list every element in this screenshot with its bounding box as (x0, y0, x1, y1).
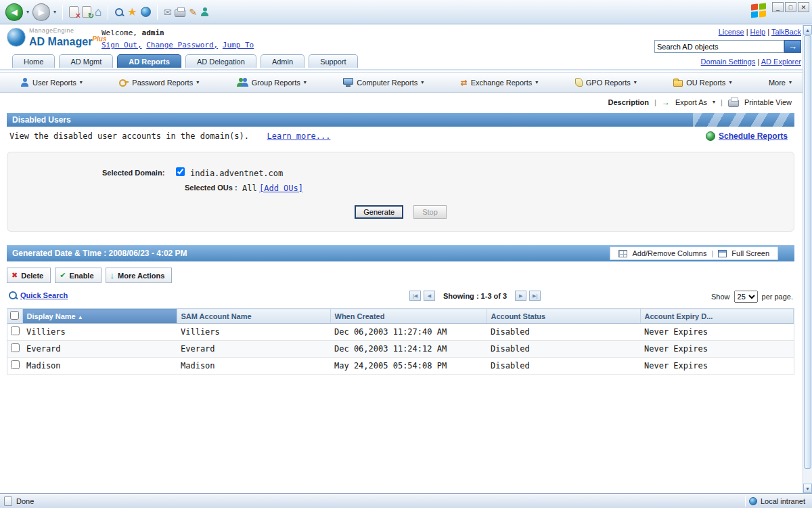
select-all-checkbox[interactable] (10, 311, 19, 320)
description-toggle[interactable]: Description (608, 98, 650, 106)
menu-ou-reports[interactable]: OU Reports ▾ (673, 78, 731, 87)
column-header-account-expiry[interactable]: Account Expiry D... (640, 309, 794, 324)
menu-label: User Reports (32, 79, 76, 87)
chevron-down-icon: ▾ (789, 79, 792, 85)
row-select-checkbox[interactable] (11, 326, 20, 335)
table-row: Everard Everard Dec 06,2003 11:24:12 AM … (7, 341, 794, 358)
selected-ous-value: All (242, 184, 257, 193)
maximize-button[interactable]: □ (785, 2, 796, 12)
stop-button[interactable]: ✕ (69, 6, 78, 18)
generate-button[interactable]: Generate (355, 205, 403, 219)
refresh-button[interactable]: ↻ (82, 6, 91, 18)
ad-explorer-link[interactable]: AD Explorer (761, 58, 801, 66)
last-page-button[interactable]: ▶| (529, 291, 541, 301)
history-button[interactable] (141, 7, 151, 17)
menu-password-reports[interactable]: Password Reports ▾ (119, 78, 199, 87)
menu-label: Group Reports (252, 79, 300, 87)
enable-button[interactable]: ✔ Enable (55, 268, 101, 283)
add-remove-columns-button[interactable]: Add/Remove Columns (632, 249, 706, 257)
tab-support[interactable]: Support (309, 54, 358, 68)
close-button[interactable]: ✕ (798, 2, 809, 12)
decorative-stripes (693, 113, 794, 127)
learn-more-link[interactable]: Learn more... (267, 131, 330, 141)
back-dropdown-icon[interactable]: ▾ (26, 9, 29, 15)
column-header-account-status[interactable]: Account Status (487, 309, 640, 324)
row-select-checkbox[interactable] (11, 360, 20, 369)
delete-button[interactable]: ✖ Delete (7, 268, 51, 283)
vertical-scrollbar[interactable]: ▲ ▼ (803, 25, 812, 493)
tab-admin[interactable]: Admin (261, 54, 304, 68)
export-as-button[interactable]: Export As (675, 98, 707, 106)
printable-view-button[interactable]: Printable View (744, 98, 792, 106)
help-link[interactable]: Help (750, 28, 766, 36)
report-criteria-panel: Selected Domain: india.adventnet.com Sel… (7, 152, 794, 232)
forward-dropdown-icon[interactable]: ▾ (53, 9, 56, 15)
results-actions: ✖ Delete ✔ Enable ↓ More Actions (7, 268, 172, 283)
messenger-button[interactable] (200, 7, 209, 17)
app-header: ManageEngine AD ManagerPlus Welcome, adm… (0, 24, 812, 54)
page-status-icon (4, 496, 12, 506)
scroll-up-button[interactable]: ▲ (803, 25, 812, 35)
more-actions-label: More Actions (118, 272, 164, 280)
domain-checkbox[interactable] (176, 167, 185, 176)
cell-display-name: Villiers (22, 324, 177, 341)
full-screen-button[interactable]: Full Screen (731, 249, 769, 257)
row-select-checkbox[interactable] (11, 343, 20, 352)
search-go-button[interactable]: → (784, 40, 801, 53)
license-link[interactable]: License (719, 28, 744, 36)
column-header-display-name[interactable]: Display Name ▲ (22, 309, 177, 324)
schedule-reports-link[interactable]: Schedule Reports (719, 131, 788, 141)
utility-links: License | Help | TalkBack (719, 28, 801, 36)
favorites-button[interactable]: ★ (127, 5, 137, 18)
edit-button[interactable]: ✎ (189, 7, 197, 18)
prev-page-button[interactable]: ◀ (424, 291, 435, 301)
first-page-button[interactable]: |◀ (409, 291, 421, 301)
browser-toolbar: ◀ ▾ ▶ ▾ ✕ ↻ ⌂ ★ ✉ ✎ (0, 0, 812, 24)
more-actions-button[interactable]: ↓ More Actions (106, 268, 173, 283)
intranet-zone-label: Local intranet (761, 497, 805, 505)
add-ous-link[interactable]: [Add OUs] (259, 184, 303, 193)
column-header-when-created[interactable]: When Created (330, 309, 487, 324)
next-page-button[interactable]: ▶ (515, 291, 526, 301)
tab-ad-mgmt[interactable]: AD Mgmt (59, 54, 113, 68)
print-button[interactable] (175, 9, 185, 17)
quick-search-icon (8, 291, 18, 300)
tab-home[interactable]: Home (12, 54, 55, 68)
menu-user-reports[interactable]: User Reports ▾ (20, 78, 83, 87)
tab-ad-delegation[interactable]: AD Delegation (185, 54, 256, 68)
home-button[interactable]: ⌂ (95, 5, 102, 19)
add-remove-columns-icon (618, 250, 627, 257)
mail-button[interactable]: ✉ (164, 7, 172, 18)
enable-icon: ✔ (60, 271, 66, 280)
quick-search-link[interactable]: Quick Search (20, 291, 68, 299)
page-size-control: Show 25 per page. (711, 291, 793, 303)
jump-to-link[interactable]: Jump To (223, 41, 254, 49)
domain-settings-link[interactable]: Domain Settings (701, 58, 756, 66)
selected-ous-label: Selected OUs : (185, 184, 238, 192)
menu-computer-reports[interactable]: Computer Reports ▾ (343, 78, 424, 87)
talkback-link[interactable]: TalkBack (771, 28, 801, 36)
search-button[interactable] (114, 7, 124, 17)
table-row: Villiers Villiers Dec 06,2003 11:27:40 A… (7, 324, 794, 341)
enable-label: Enable (69, 272, 93, 280)
menu-more[interactable]: More ▾ (769, 79, 792, 87)
minimize-button[interactable]: _ (772, 2, 784, 12)
cell-when-created: Dec 06,2003 11:27:40 AM (330, 324, 487, 341)
search-ad-objects-input[interactable] (654, 40, 784, 53)
forward-button[interactable]: ▶ (32, 3, 50, 21)
sign-out-link[interactable]: Sign Out, (102, 41, 142, 49)
scroll-down-button[interactable]: ▼ (803, 484, 812, 493)
back-button[interactable]: ◀ (5, 3, 23, 21)
menu-exchange-reports[interactable]: ⇄ Exchange Reports ▾ (461, 78, 539, 87)
page-size-select[interactable]: 25 (734, 291, 758, 303)
tab-ad-reports[interactable]: AD Reports (117, 54, 181, 68)
cell-account-expiry: Never Expires (640, 324, 794, 341)
scrollbar-thumb[interactable] (804, 35, 811, 469)
change-password-link[interactable]: Change Password, (146, 41, 218, 49)
quick-search[interactable]: Quick Search (8, 291, 68, 300)
menu-gpo-reports[interactable]: GPO Reports ▾ (575, 78, 637, 87)
status-text: Done (16, 497, 34, 505)
column-header-sam-account-name[interactable]: SAM Account Name (177, 309, 330, 324)
menu-group-reports[interactable]: Group Reports ▾ (236, 78, 307, 87)
separator: | (757, 58, 759, 66)
